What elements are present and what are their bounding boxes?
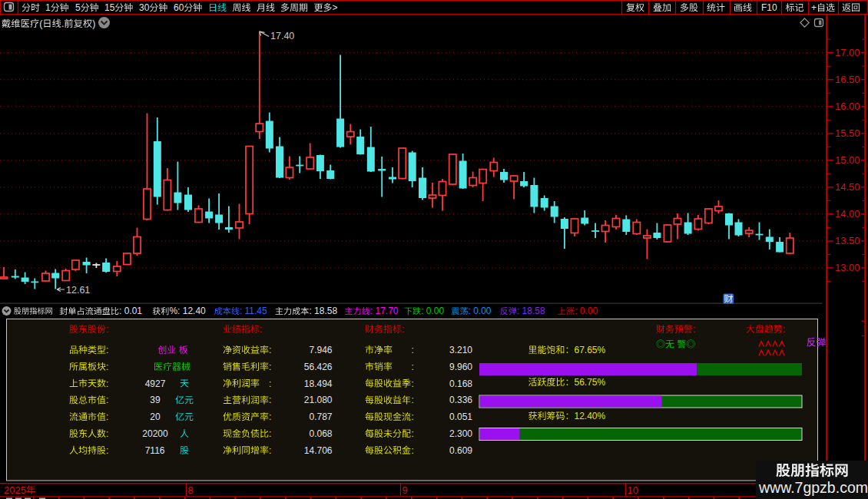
- svg-text::: :: [412, 445, 414, 456]
- svg-text:20: 20: [150, 411, 161, 422]
- svg-text:2025: 2025: [4, 484, 26, 496]
- svg-text::: :: [412, 395, 414, 405]
- svg-text:: 11.45: : 11.45: [240, 306, 267, 316]
- svg-text::: :: [412, 428, 414, 439]
- svg-text:13.50: 13.50: [835, 235, 860, 246]
- svg-text::: :: [269, 411, 271, 422]
- svg-text:>: >: [333, 2, 338, 13]
- svg-text:9.960: 9.960: [449, 362, 472, 372]
- svg-text:%: 12.40: %: 12.40: [169, 306, 206, 316]
- svg-text:F10: F10: [761, 2, 777, 13]
- svg-text:4927: 4927: [145, 378, 166, 389]
- svg-text:12.40%: 12.40%: [575, 411, 606, 421]
- svg-text:(: (: [39, 18, 43, 29]
- svg-text:0.051: 0.051: [449, 411, 472, 422]
- svg-text:3.210: 3.210: [449, 345, 472, 355]
- svg-text:15.00: 15.00: [835, 154, 860, 166]
- svg-text:: 0.00: : 0.00: [421, 306, 444, 316]
- svg-text:7116: 7116: [145, 445, 165, 456]
- svg-text:): ): [92, 18, 95, 29]
- svg-text:: 18.58: : 18.58: [309, 306, 337, 316]
- svg-text::: :: [269, 445, 271, 456]
- svg-text:www.7gpzb.com: www.7gpzb.com: [758, 479, 868, 496]
- svg-text::: :: [106, 411, 108, 422]
- svg-text:17.00: 17.00: [835, 47, 860, 58]
- svg-text::: :: [269, 428, 271, 439]
- svg-text:39: 39: [150, 395, 161, 405]
- svg-text:+: +: [811, 2, 817, 13]
- svg-text::: :: [106, 445, 108, 456]
- svg-text::: :: [693, 324, 695, 335]
- svg-text:0.168: 0.168: [449, 378, 472, 389]
- svg-text:: 0.00: : 0.00: [575, 306, 598, 316]
- svg-text:15: 15: [104, 2, 115, 13]
- svg-text:56.75%: 56.75%: [575, 377, 606, 388]
- svg-text:13.00: 13.00: [835, 262, 860, 273]
- svg-text:16.00: 16.00: [835, 101, 860, 112]
- svg-text:0.609: 0.609: [449, 445, 472, 456]
- svg-text::: :: [412, 362, 414, 372]
- svg-text:16.50: 16.50: [835, 74, 860, 85]
- svg-text::: :: [106, 395, 108, 405]
- svg-text::: :: [106, 324, 108, 335]
- svg-text:8: 8: [188, 484, 194, 496]
- svg-text:0.787: 0.787: [310, 411, 333, 422]
- svg-text:2.300: 2.300: [449, 428, 472, 439]
- svg-text:30: 30: [139, 2, 150, 13]
- svg-text:7.946: 7.946: [310, 345, 333, 355]
- svg-text:18.494: 18.494: [304, 378, 333, 389]
- svg-text:: 0.00: : 0.00: [469, 306, 492, 316]
- svg-text::: :: [783, 324, 785, 335]
- svg-text:15.50: 15.50: [835, 127, 860, 139]
- svg-text:: 17.70: : 17.70: [370, 306, 399, 316]
- svg-text::: :: [106, 428, 108, 439]
- svg-text:5: 5: [75, 2, 81, 13]
- svg-text:14.706: 14.706: [304, 445, 333, 456]
- svg-text:21.080: 21.080: [304, 395, 333, 405]
- svg-text:10: 10: [628, 484, 638, 496]
- svg-text:67.65%: 67.65%: [575, 345, 606, 355]
- svg-text::: :: [260, 324, 262, 335]
- svg-text:56.426: 56.426: [304, 362, 333, 372]
- svg-text:1: 1: [45, 2, 51, 13]
- svg-text:20200: 20200: [142, 428, 168, 439]
- svg-text::: :: [412, 345, 414, 355]
- svg-text::: :: [269, 395, 271, 405]
- svg-text:12.61: 12.61: [66, 285, 90, 296]
- svg-text:17.40: 17.40: [270, 31, 294, 41]
- svg-text::: :: [412, 411, 414, 422]
- svg-text:14.00: 14.00: [835, 208, 860, 220]
- svg-text:60: 60: [174, 2, 184, 13]
- svg-text::: :: [106, 378, 108, 389]
- svg-text:9: 9: [403, 484, 408, 496]
- svg-text::: :: [269, 378, 271, 389]
- svg-text:: 0.01: : 0.01: [119, 306, 142, 316]
- svg-text:14.50: 14.50: [835, 181, 860, 193]
- svg-text:0.068: 0.068: [310, 428, 333, 439]
- svg-text:0.336: 0.336: [449, 395, 472, 405]
- svg-text::: :: [269, 362, 271, 372]
- svg-text::: :: [106, 362, 108, 372]
- svg-text:: 18.58: : 18.58: [517, 306, 545, 316]
- svg-text:.: .: [61, 18, 64, 29]
- svg-text::: :: [106, 345, 108, 355]
- svg-text::: :: [412, 378, 414, 389]
- svg-text::: :: [402, 324, 404, 335]
- svg-text::: :: [269, 345, 271, 355]
